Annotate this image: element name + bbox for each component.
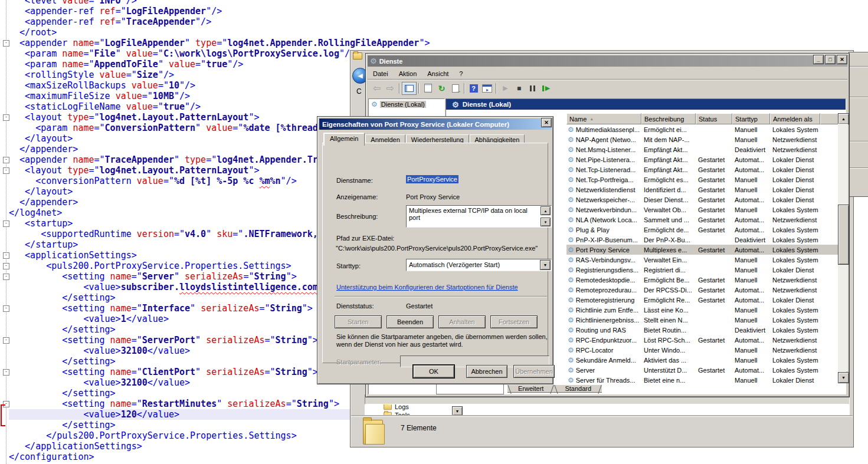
tree-item-services-local[interactable]: ⚙ Dienste (Lokal) bbox=[369, 99, 444, 109]
menu-item-datei[interactable]: Datei bbox=[368, 69, 394, 78]
table-row[interactable]: ⚙Sekundäre Anmeld...Aktiviert das ...Man… bbox=[566, 355, 838, 365]
pane-header-title: Dienste (Lokal) bbox=[463, 101, 511, 108]
fold-toggle-icon[interactable]: - bbox=[3, 221, 9, 227]
list-item[interactable]: Tools bbox=[383, 411, 410, 416]
fold-toggle-icon[interactable]: - bbox=[3, 274, 9, 280]
scrollbar-thumb[interactable] bbox=[838, 205, 849, 265]
ok-button[interactable]: OK bbox=[413, 365, 454, 378]
column-header-name[interactable]: Name▲ bbox=[566, 113, 641, 124]
table-row[interactable]: ⚙Plug & PlayErmöglicht de...GestartetAut… bbox=[566, 225, 838, 235]
scroll-up-button[interactable]: ▲ bbox=[838, 113, 849, 124]
fold-toggle-icon[interactable]: - bbox=[3, 157, 9, 163]
column-header-beschreibung[interactable]: Beschreibung bbox=[641, 113, 696, 124]
column-header-starttyp[interactable]: Starttyp bbox=[732, 113, 770, 124]
fold-toggle-icon[interactable]: - bbox=[3, 167, 9, 174]
properties-icon[interactable] bbox=[421, 83, 435, 94]
menu-item-aktion[interactable]: Aktion bbox=[394, 69, 422, 78]
table-row[interactable]: ⚙Richtlinienergebniss...Stellt einen N..… bbox=[566, 315, 838, 325]
service-name: RPC-Locator bbox=[576, 347, 614, 354]
table-row[interactable]: ⚙Remoteprozedurau...Der RPCSS-Di...Gesta… bbox=[566, 285, 838, 295]
table-row[interactable]: ⚙RPC-Endpunktzuor...Löst RPC-Sch...Gesta… bbox=[566, 335, 838, 345]
table-row[interactable]: ⚙NetzwerklistendienstIdentifiziert d...G… bbox=[566, 185, 838, 195]
menu-item-?[interactable]: ? bbox=[454, 69, 468, 78]
table-row[interactable]: ⚙ServerUnterstützt D...GestartetAutomat.… bbox=[566, 365, 838, 375]
service-name: NAP-Agent (Netwo... bbox=[576, 136, 636, 143]
pause-service-icon[interactable] bbox=[526, 83, 539, 94]
tab-allgemein[interactable]: Allgemein bbox=[323, 133, 365, 146]
table-row[interactable]: ⚙PnP-X-IP-Busenum...Der PnP-X-Bu...Deakt… bbox=[566, 235, 838, 245]
close-icon[interactable]: ✕ bbox=[541, 118, 552, 127]
scroll-down-button[interactable]: ▼ bbox=[838, 372, 849, 383]
table-row[interactable]: ⚙RPC-LocatorUnter Windo...ManuellNetzwer… bbox=[566, 345, 838, 355]
table-row[interactable]: ⚙Netzwerkverbindun...Verwaltet Ob...Gest… bbox=[566, 205, 838, 215]
table-row[interactable]: ⚙Routing und RASBietet Routin...Deaktivi… bbox=[566, 325, 838, 335]
export-list-icon[interactable] bbox=[448, 83, 462, 94]
service-logon-as: Lokales System bbox=[770, 367, 820, 374]
restart-service-icon[interactable] bbox=[539, 83, 553, 94]
description-field[interactable]: Multiplexes external TCP/IP data on loca… bbox=[406, 205, 552, 228]
dropdown-button[interactable]: ▼ bbox=[452, 406, 463, 416]
fold-toggle-icon[interactable]: - bbox=[3, 263, 9, 269]
table-row[interactable]: ⚙Multimediaklassenpl...Ermöglicht ei...M… bbox=[566, 124, 838, 134]
service-name: Sekundäre Anmeld... bbox=[576, 357, 636, 364]
table-row[interactable]: ⚙Remotedesktopdie...Ermöglicht Be...Gest… bbox=[566, 275, 838, 285]
service-starttype: Deaktiviert bbox=[732, 236, 770, 243]
extended-view-icon[interactable] bbox=[480, 83, 494, 94]
fold-toggle-icon[interactable]: - bbox=[3, 114, 9, 121]
column-header-anmeldenals[interactable]: Anmelden als bbox=[770, 113, 820, 124]
table-row[interactable]: ⚙Server für Threads...Bietet eine n...Ma… bbox=[566, 375, 838, 385]
abbrechen-button[interactable]: Abbrechen bbox=[466, 365, 507, 378]
code-line: <appender name="LogFileAppender" type="l… bbox=[9, 38, 430, 48]
close-icon[interactable]: ✕ bbox=[837, 55, 847, 64]
service-status-value: Gestartet bbox=[406, 302, 433, 310]
table-row[interactable]: ⚙Net.Tcp-Portfreiga...Ermöglicht es...Ge… bbox=[566, 175, 838, 185]
startup-options-help-link[interactable]: Unterstützung beim Konfigurieren der Sta… bbox=[336, 284, 518, 291]
stop-service-icon[interactable] bbox=[512, 83, 526, 94]
fold-toggle-icon[interactable]: - bbox=[3, 305, 9, 312]
ubernehmen-button: Übernehmen bbox=[513, 365, 555, 378]
vertical-scrollbar[interactable]: ▲ ▼ bbox=[838, 113, 848, 382]
table-row[interactable]: ⚙Richtlinie zum Entfe...Lässt eine Ko...… bbox=[566, 305, 838, 315]
table-row[interactable]: ⚙Net.Msmq-Listener...Empfängt Akt...Deak… bbox=[566, 144, 838, 154]
list-item[interactable]: Logs bbox=[383, 404, 409, 410]
service-starttype: Manuell bbox=[732, 176, 770, 183]
maximize-icon[interactable]: □ bbox=[825, 55, 836, 64]
table-row[interactable]: ⚙Net.Pipe-Listenera...Empfängt Akt...Ges… bbox=[566, 154, 838, 164]
table-row[interactable]: ⚙Netzwerkspeicher-...Dieser Dienst...Ges… bbox=[566, 195, 838, 205]
start-type-select[interactable]: Automatisch (Verzögerter Start) ▼ bbox=[406, 259, 552, 271]
beenden-button[interactable]: Beenden bbox=[386, 315, 434, 328]
service-gear-icon: ⚙ bbox=[568, 327, 574, 334]
chevron-down-icon[interactable]: ▼ bbox=[540, 260, 551, 270]
fold-toggle-icon[interactable]: - bbox=[3, 337, 9, 344]
view-tab-standard[interactable]: Standard bbox=[554, 385, 602, 393]
table-row[interactable]: ⚙Registrierungsdiens...Registriert di...… bbox=[566, 265, 838, 275]
desc-scroll-up-icon[interactable]: ▲ bbox=[541, 206, 551, 215]
table-row[interactable]: ⚙Port Proxy ServiceMultiplexes e...Gesta… bbox=[566, 245, 838, 255]
pane-header-icon: ⚙ bbox=[452, 101, 459, 108]
table-row[interactable]: ⚙NLA (Network Loca...Sammelt und ...Gest… bbox=[566, 215, 838, 225]
table-row[interactable]: ⚙Net.Tcp-Listenerad...Empfängt Akt...Ges… bbox=[566, 164, 838, 175]
column-header-status[interactable]: Status bbox=[696, 113, 732, 124]
service-starttype: Automat... bbox=[732, 156, 770, 163]
fold-toggle-icon[interactable]: - bbox=[3, 369, 9, 376]
view-tab-erweitert[interactable]: Erweitert bbox=[507, 385, 554, 393]
dialog-titlebar[interactable]: Eigenschaften von Port Proxy Service (Lo… bbox=[319, 119, 551, 130]
desc-scroll-down-icon[interactable]: ▼ bbox=[541, 218, 551, 226]
fold-toggle-icon[interactable]: - bbox=[3, 40, 9, 47]
show-console-tree-icon[interactable] bbox=[402, 82, 417, 95]
refresh-icon[interactable] bbox=[435, 83, 448, 94]
service-description: Der RPCSS-Di... bbox=[641, 287, 696, 294]
service-name-value[interactable]: PortProxyService bbox=[406, 176, 458, 183]
service-gear-icon: ⚙ bbox=[568, 317, 574, 324]
menu-item-ansicht[interactable]: Ansicht bbox=[422, 69, 454, 78]
description-scrollbar[interactable]: ▲ ▼ bbox=[542, 206, 551, 226]
minimize-icon[interactable]: _ bbox=[813, 55, 824, 64]
table-row[interactable]: ⚙NAP-Agent (Netwo...Mit dem NAP-...Manue… bbox=[566, 134, 838, 144]
table-row[interactable]: ⚙RemoteregistrierungErmöglicht Re...Gest… bbox=[566, 295, 838, 305]
service-starttype: Manuell bbox=[732, 126, 770, 133]
fold-toggle-icon[interactable]: - bbox=[3, 252, 9, 259]
services-window-titlebar[interactable]: ⚙ Dienste bbox=[368, 55, 847, 67]
help-icon[interactable] bbox=[467, 83, 480, 94]
table-row[interactable]: ⚙RAS-Verbindungsv...Verwaltet Ein...Manu… bbox=[566, 255, 838, 265]
folder-name: Tools bbox=[395, 412, 410, 417]
